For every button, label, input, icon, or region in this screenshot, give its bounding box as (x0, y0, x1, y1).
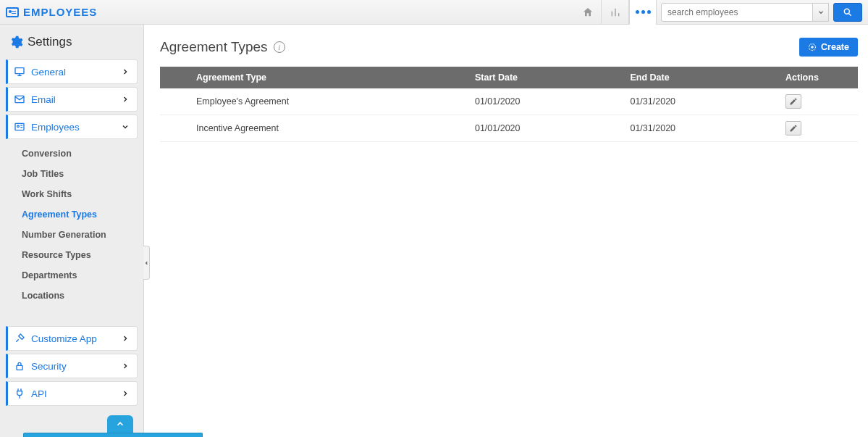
bar-chart-icon (610, 7, 621, 18)
svg-rect-5 (15, 68, 24, 74)
monitor-icon (14, 66, 25, 78)
subnav-departments[interactable]: Departments (6, 265, 138, 286)
sidebar-item-email[interactable]: Email (6, 87, 138, 112)
bottom-panel-toggle (38, 415, 203, 437)
svg-point-3 (844, 9, 849, 14)
col-actions: Actions (778, 67, 858, 88)
search-button[interactable] (833, 3, 862, 22)
sidebar: Settings General Email Employees Con (0, 25, 144, 437)
table-row[interactable]: Incentive Agreement 01/01/2020 01/31/202… (160, 115, 858, 142)
subnav-locations[interactable]: Locations (6, 286, 138, 306)
cell-end-date: 01/31/2020 (623, 115, 778, 142)
svg-point-10 (17, 125, 20, 128)
subnav-job-titles[interactable]: Job Titles (6, 164, 138, 184)
table-row[interactable]: Employee's Agreement 01/01/2020 01/31/20… (160, 88, 858, 115)
main-content: Agreement Types i Create Agreement Type … (144, 25, 868, 437)
sub-label: Resource Types (22, 250, 91, 260)
agreement-types-table: Agreement Type Start Date End Date Actio… (160, 67, 858, 142)
topbar-icons (574, 0, 657, 25)
employees-app-icon (6, 7, 19, 17)
page-title: Agreement Types i (160, 39, 285, 55)
search-input[interactable] (661, 3, 813, 22)
page-header: Agreement Types i Create (160, 38, 858, 57)
page-title-text: Agreement Types (160, 39, 268, 55)
cell-end-date: 01/31/2020 (623, 88, 778, 115)
sidebar-item-api[interactable]: API (6, 381, 138, 406)
sidebar-item-security[interactable]: Security (6, 354, 138, 378)
pencil-icon (789, 124, 798, 133)
bottom-panel-bar[interactable] (23, 433, 203, 437)
sub-label: Number Generation (22, 230, 106, 240)
sub-label: Departments (22, 270, 77, 280)
app-title[interactable]: EMPLOYEES (6, 6, 97, 18)
sub-label: Conversion (22, 149, 72, 159)
cell-agreement-type: Incentive Agreement (189, 115, 468, 142)
table-header-row: Agreement Type Start Date End Date Actio… (160, 67, 858, 88)
nav-label: General (31, 67, 66, 78)
nav-label: Customize App (31, 333, 97, 344)
chevron-right-icon (121, 95, 130, 104)
topbar: EMPLOYEES (0, 0, 868, 25)
cell-agreement-type: Employee's Agreement (189, 88, 468, 115)
nav-label: Employees (31, 122, 80, 133)
more-dots-icon (636, 10, 651, 14)
reports-button[interactable] (602, 0, 629, 25)
app-title-text: EMPLOYEES (23, 6, 97, 18)
info-icon[interactable]: i (274, 41, 285, 53)
svg-line-4 (848, 13, 851, 15)
home-button[interactable] (574, 0, 602, 25)
create-label: Create (821, 42, 849, 52)
edit-button[interactable] (785, 94, 801, 109)
subnav-conversion[interactable]: Conversion (6, 143, 138, 164)
sub-label: Locations (22, 291, 64, 301)
sub-label: Job Titles (22, 169, 64, 179)
chevron-up-icon (114, 419, 127, 429)
col-agreement-type[interactable]: Agreement Type (189, 67, 468, 88)
chevron-right-icon (121, 67, 130, 76)
cell-start-date: 01/01/2020 (468, 88, 623, 115)
more-button[interactable] (629, 0, 657, 25)
chevron-down-icon (121, 122, 130, 131)
col-blank (160, 67, 189, 88)
chevron-right-icon (121, 389, 130, 398)
subnav-resource-types[interactable]: Resource Types (6, 245, 138, 265)
search-wrap (661, 3, 862, 22)
lock-icon (14, 360, 25, 372)
plus-icon (808, 43, 817, 51)
subnav-number-generation[interactable]: Number Generation (6, 225, 138, 245)
search-dropdown[interactable] (813, 3, 829, 22)
home-icon (582, 7, 594, 18)
col-start-date[interactable]: Start Date (468, 67, 623, 88)
search-icon (843, 7, 853, 17)
bottom-expand-button[interactable] (107, 415, 133, 433)
sidebar-item-employees[interactable]: Employees (6, 115, 138, 139)
nav-label: API (31, 388, 47, 399)
sidebar-title-text: Settings (28, 35, 72, 49)
subnav-agreement-types[interactable]: Agreement Types (6, 204, 138, 225)
sub-label: Agreement Types (22, 209, 97, 220)
sidebar-item-customize-app[interactable]: Customize App (6, 326, 138, 351)
sidebar-title: Settings (6, 32, 138, 57)
chevron-right-icon (121, 334, 130, 343)
sidebar-item-general[interactable]: General (6, 59, 138, 84)
sub-label: Work Shifts (22, 189, 72, 199)
cell-start-date: 01/01/2020 (468, 115, 623, 142)
gear-icon (9, 35, 23, 49)
plug-icon (14, 388, 25, 399)
svg-rect-9 (15, 123, 24, 130)
edit-button[interactable] (785, 121, 801, 136)
employees-subnav: Conversion Job Titles Work Shifts Agreem… (6, 142, 138, 310)
chevron-right-icon (121, 362, 130, 370)
mail-icon (14, 93, 25, 105)
create-button[interactable]: Create (799, 38, 858, 57)
svg-rect-13 (17, 365, 22, 370)
chevron-down-icon (817, 9, 825, 16)
id-card-icon (14, 121, 25, 133)
nav-label: Security (31, 361, 67, 372)
pencil-icon (789, 97, 798, 106)
nav-label: Email (31, 94, 56, 105)
subnav-work-shifts[interactable]: Work Shifts (6, 184, 138, 204)
col-end-date[interactable]: End Date (623, 67, 778, 88)
tools-icon (14, 333, 25, 344)
